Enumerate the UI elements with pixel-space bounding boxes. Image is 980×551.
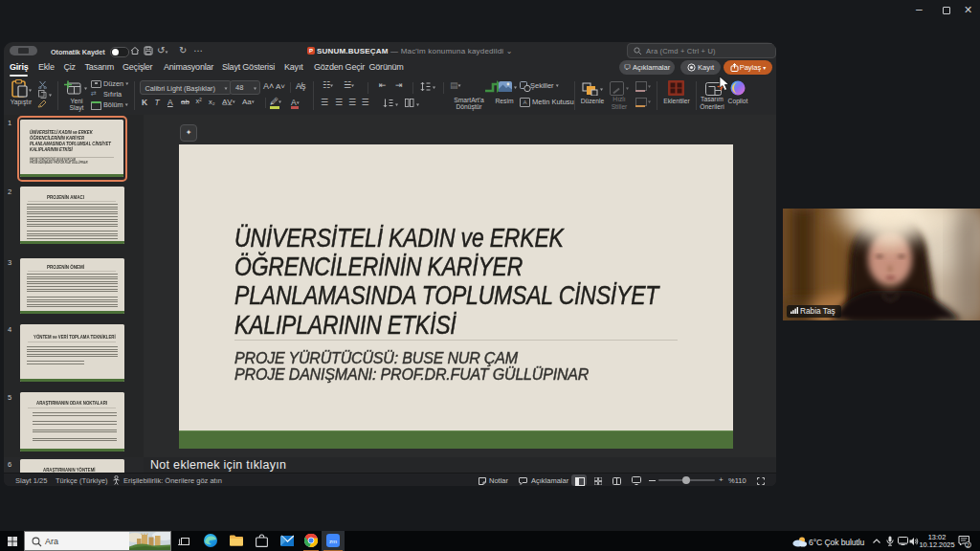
- svg-text:zm: zm: [329, 539, 337, 544]
